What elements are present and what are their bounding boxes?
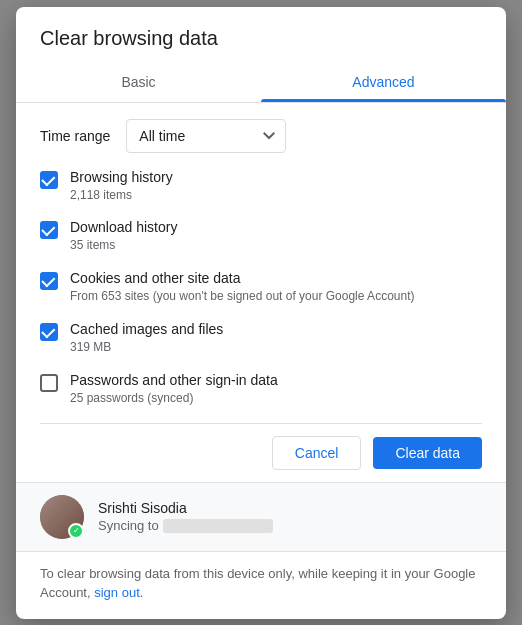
cached-images-label: Cached images and files — [70, 321, 476, 337]
download-history-label: Download history — [70, 219, 476, 235]
footer-note: To clear browsing data from this device … — [16, 551, 506, 619]
cookies-label: Cookies and other site data — [70, 270, 476, 286]
checkbox-passwords: Passwords and other sign-in data 25 pass… — [40, 372, 476, 407]
content-area: Time range All time Last hour Last 24 ho… — [16, 103, 506, 423]
clear-data-button[interactable]: Clear data — [373, 437, 482, 469]
tab-basic[interactable]: Basic — [16, 62, 261, 102]
checkbox-cached-images: Cached images and files 319 MB — [40, 321, 476, 356]
whatsapp-badge: ✓ — [68, 523, 84, 539]
tab-advanced[interactable]: Advanced — [261, 62, 506, 102]
checkbox-browsing-history-input[interactable] — [40, 171, 58, 189]
checkbox-download-history: Download history 35 items — [40, 219, 476, 254]
passwords-desc: 25 passwords (synced) — [70, 390, 476, 407]
cached-images-desc: 319 MB — [70, 339, 476, 356]
time-range-row: Time range All time Last hour Last 24 ho… — [40, 119, 476, 153]
clear-browsing-data-dialog: Clear browsing data Basic Advanced Time … — [16, 7, 506, 619]
browsing-history-desc: 2,118 items — [70, 187, 476, 204]
whatsapp-icon: ✓ — [73, 526, 80, 535]
dialog-title: Clear browsing data — [16, 7, 506, 50]
user-info: Srishti Sisodia Syncing to — [98, 500, 482, 533]
time-range-select[interactable]: All time Last hour Last 24 hours Last 7 … — [126, 119, 286, 153]
user-row: ✓ Srishti Sisodia Syncing to — [16, 482, 506, 551]
passwords-label: Passwords and other sign-in data — [70, 372, 476, 388]
cancel-button[interactable]: Cancel — [272, 436, 362, 470]
user-sync: Syncing to — [98, 518, 482, 533]
checkbox-cached-images-input[interactable] — [40, 323, 58, 341]
cookies-desc: From 653 sites (you won't be signed out … — [70, 288, 476, 305]
sign-out-link[interactable]: sign out. — [94, 585, 143, 600]
avatar-container: ✓ — [40, 495, 84, 539]
sync-bar — [163, 519, 273, 533]
action-row: Cancel Clear data — [16, 424, 506, 482]
scroll-container: Time range All time Last hour Last 24 ho… — [16, 103, 506, 423]
tabs-container: Basic Advanced — [16, 62, 506, 103]
download-history-desc: 35 items — [70, 237, 476, 254]
checkbox-passwords-input[interactable] — [40, 374, 58, 392]
checkbox-browsing-history: Browsing history 2,118 items — [40, 169, 476, 204]
checkbox-cookies: Cookies and other site data From 653 sit… — [40, 270, 476, 305]
checkbox-download-history-input[interactable] — [40, 221, 58, 239]
checkbox-cookies-input[interactable] — [40, 272, 58, 290]
user-name: Srishti Sisodia — [98, 500, 482, 516]
browsing-history-label: Browsing history — [70, 169, 476, 185]
time-range-label: Time range — [40, 128, 110, 144]
